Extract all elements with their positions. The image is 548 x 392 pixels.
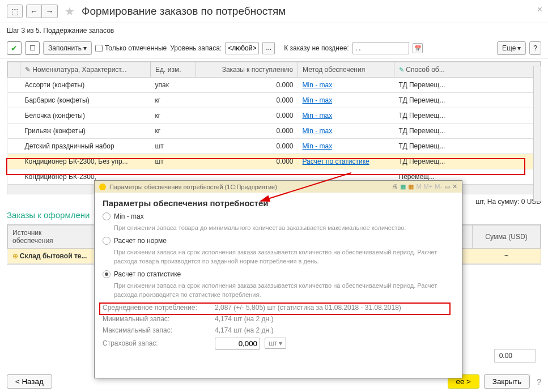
table-row[interactable]: Кондиционер БК-2300, Без упр... шт 0.000… bbox=[8, 154, 541, 169]
m-icon-1: M bbox=[416, 183, 421, 190]
table-row[interactable]: Белочка (конфеты) кг 0.000 Min - max ТД … bbox=[8, 108, 541, 123]
close-icon[interactable]: × bbox=[537, 5, 542, 15]
param-daily: Среднедневное потребление: 2,087 (+/- 5,… bbox=[103, 304, 454, 312]
favorite-icon[interactable]: ★ bbox=[65, 5, 75, 18]
cell-method[interactable]: Min - max bbox=[298, 123, 394, 139]
back-nav-button[interactable]: < Назад bbox=[7, 374, 52, 389]
col-supply[interactable]: ✎ Способ об... bbox=[394, 62, 541, 78]
cell-supply: ТД Перемещ... bbox=[394, 108, 541, 123]
hint-minmax: При снижении запаса товара до минимально… bbox=[114, 224, 454, 232]
calendar-icon[interactable]: 📅 bbox=[413, 43, 423, 53]
param-safety: Страховой запас: шт ▾ bbox=[103, 338, 454, 350]
param-max: Максимальный запас: 4,174 шт (на 2 дн.) bbox=[103, 326, 454, 334]
level-label: Уровень запаса: bbox=[170, 44, 222, 52]
check-icon: ✔ bbox=[11, 44, 18, 53]
cell-supply: ТД Перемещ... bbox=[394, 139, 541, 154]
cell-qty: 0.000 bbox=[196, 108, 298, 123]
cell-unit: кг bbox=[151, 108, 196, 123]
sub-col-source[interactable]: Источник обеспечения bbox=[8, 225, 99, 249]
cell-name: Белочка (конфеты) bbox=[20, 108, 151, 123]
cell-unit: кг bbox=[151, 123, 196, 139]
popup-window: Параметры обеспечения потребностей (1С:П… bbox=[94, 180, 462, 378]
cell-method[interactable]: Min - max bbox=[298, 93, 394, 108]
cell-check[interactable] bbox=[8, 93, 20, 108]
col-check[interactable] bbox=[8, 62, 20, 78]
cell-qty: 0.000 bbox=[196, 78, 298, 93]
vertical-scrollbar[interactable] bbox=[533, 66, 541, 202]
cell-supply: ТД Перемещ... bbox=[394, 93, 541, 108]
sub-row-val: ~ bbox=[473, 249, 541, 264]
more-button[interactable]: Еще▾ bbox=[497, 41, 526, 55]
help-button[interactable]: ? bbox=[529, 41, 541, 55]
popup-heading: Параметры обеспечения потребностей bbox=[103, 198, 454, 208]
uncheck-all-button[interactable]: ☐ bbox=[25, 41, 40, 55]
popup-title-icons: 🖨 ▦ ▦ M M+ M- ▭ ✕ bbox=[392, 183, 457, 190]
cell-check[interactable] bbox=[8, 78, 20, 93]
col-method[interactable]: Метод обеспечения bbox=[298, 62, 394, 78]
cell-method[interactable]: Min - max bbox=[298, 139, 394, 154]
check-all-button[interactable]: ✔ bbox=[7, 41, 22, 55]
cell-check[interactable] bbox=[8, 123, 20, 139]
back-button[interactable]: ← bbox=[26, 5, 42, 18]
deadline-input[interactable] bbox=[352, 42, 409, 54]
cell-check[interactable] bbox=[8, 139, 20, 154]
cell-check[interactable] bbox=[8, 169, 20, 185]
level-select-button[interactable]: ... bbox=[262, 42, 275, 54]
cell-check[interactable] bbox=[8, 154, 20, 169]
unit-dropdown[interactable]: шт ▾ bbox=[265, 338, 286, 349]
cell-qty: 0.000 bbox=[196, 93, 298, 108]
header: ⬚ ← → ★ Формирование заказов по потребно… bbox=[0, 0, 548, 23]
page-title: Формирование заказов по потребностям bbox=[82, 5, 286, 18]
calc-icon[interactable]: ▦ bbox=[400, 183, 406, 190]
fill-button[interactable]: Заполнить▾ bbox=[43, 41, 92, 55]
cell-name: Барбарис (конфеты) bbox=[20, 93, 151, 108]
level-input[interactable] bbox=[225, 42, 259, 54]
col-nomenclature[interactable]: ✎ Номенклатура, Характерист... bbox=[20, 62, 151, 78]
help-icon[interactable]: ? bbox=[537, 377, 541, 386]
col-unit[interactable]: Ед. изм. bbox=[151, 62, 196, 78]
table-header-row: ✎ Номенклатура, Характерист... Ед. изм. … bbox=[8, 62, 541, 78]
only-marked-input[interactable] bbox=[95, 45, 103, 52]
radio-stat[interactable]: Расчет по статистике bbox=[103, 270, 454, 278]
home-button[interactable]: ⬚ bbox=[7, 5, 23, 18]
only-marked-checkbox[interactable]: Только отмеченные bbox=[95, 44, 167, 52]
cell-name: Грильяж (конфеты) bbox=[20, 123, 151, 139]
radio-icon bbox=[103, 212, 111, 220]
popup-close-icon[interactable]: ✕ bbox=[452, 183, 457, 190]
cell-unit: шт bbox=[151, 139, 196, 154]
calendar-mini-icon[interactable]: ▦ bbox=[408, 183, 414, 190]
nav-buttons: ← → bbox=[26, 5, 58, 18]
cell-check[interactable] bbox=[8, 108, 20, 123]
pencil-icon: ✎ bbox=[399, 66, 404, 73]
popup-titlebar[interactable]: Параметры обеспечения потребностей (1С:П… bbox=[95, 181, 462, 193]
cell-name: Кондиционер БК-2300, Без упр... bbox=[20, 154, 151, 169]
table-row[interactable]: Грильяж (конфеты) кг 0.000 Min - max ТД … bbox=[8, 123, 541, 139]
param-min: Минимальный запас: 4,174 шт (на 2 дн.) bbox=[103, 315, 454, 323]
cell-method[interactable]: Min - max bbox=[298, 108, 394, 123]
cell-qty: 0.000 bbox=[196, 154, 298, 169]
radio-minmax[interactable]: Min - max bbox=[103, 212, 454, 220]
m-icon-2: M+ bbox=[424, 183, 433, 190]
cell-qty: 0.000 bbox=[196, 123, 298, 139]
radio-norm[interactable]: Расчет по норме bbox=[103, 237, 454, 245]
cell-name: Детский праздничный набор bbox=[20, 139, 151, 154]
empty-box-icon: ☐ bbox=[29, 44, 36, 52]
print-icon[interactable]: 🖨 bbox=[392, 183, 398, 190]
cell-method[interactable]: Расчет по статистике bbox=[298, 154, 394, 169]
sub-col-sum[interactable]: Сумма (USD) bbox=[473, 225, 541, 249]
radio-icon-selected bbox=[103, 270, 111, 278]
safety-input[interactable] bbox=[215, 338, 260, 350]
step-label: Шаг 3 из 5. Поддержание запасов bbox=[0, 23, 548, 38]
cell-qty: 0.000 bbox=[196, 139, 298, 154]
table-row[interactable]: Барбарис (конфеты) кг 0.000 Min - max ТД… bbox=[8, 93, 541, 108]
dropdown-icon: ▾ bbox=[517, 44, 521, 52]
table-row[interactable]: Детский праздничный набор шт 0.000 Min -… bbox=[8, 139, 541, 154]
cell-method[interactable]: Min - max bbox=[298, 78, 394, 93]
col-orders[interactable]: Заказы к поступлению bbox=[196, 62, 298, 78]
close-button[interactable]: Закрыть bbox=[484, 374, 530, 389]
popup-wintitle: Параметры обеспечения потребностей (1С:П… bbox=[109, 184, 277, 190]
forward-button[interactable]: → bbox=[42, 5, 58, 18]
table-row[interactable]: Ассорти (конфеты) упак 0.000 Min - max Т… bbox=[8, 78, 541, 93]
popup-minimize-icon[interactable]: ▭ bbox=[444, 183, 450, 190]
sum-display: 0.00 bbox=[494, 349, 536, 363]
